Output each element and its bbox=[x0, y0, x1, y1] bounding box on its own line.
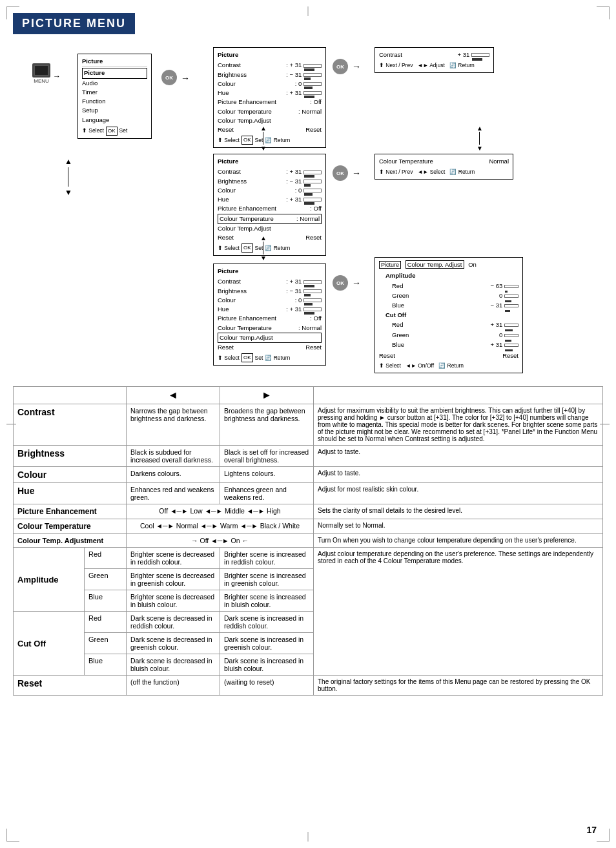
ref-contrast-content: Contrast + 31 bbox=[379, 50, 489, 59]
table-row-reset: Reset (off the function) (waiting to res… bbox=[14, 676, 603, 696]
table-brightness-info: Adjust to taste. bbox=[314, 446, 603, 467]
table-amp-green-right: Brighter scene is increased in greenish … bbox=[220, 569, 314, 590]
table-reset-right: (waiting to reset) bbox=[220, 676, 314, 696]
table-ctemp-header: Colour Temperature bbox=[14, 519, 127, 534]
ok-button-2[interactable]: OK bbox=[333, 59, 348, 74]
diagrams-area: MENU → Picture Picture Audio Timer Funct… bbox=[13, 41, 603, 383]
table-row-pencil: Picture Enhancement Off ◄─► Low ◄─► Midd… bbox=[14, 504, 603, 519]
table-cut-red-right: Dark scene is increased in reddish colou… bbox=[220, 612, 314, 633]
menu-basic-selected: Picture bbox=[82, 68, 147, 78]
menu-d3-footer: ⬆ Select OK Set 🔄 Return bbox=[218, 353, 322, 362]
table-cut-blue-label: Blue bbox=[85, 654, 127, 676]
center-left-mark bbox=[6, 424, 16, 424]
menu-d1-colour: Colour: 0 bbox=[218, 79, 322, 88]
ok-button-3[interactable]: OK bbox=[333, 165, 348, 181]
menu-detail-box-1: Picture Contrast: + 31 Brightness: − 31 … bbox=[213, 47, 326, 148]
table-cut-red-left: Dark scene is decreased in reddish colou… bbox=[127, 612, 220, 633]
table-ctadj-info: Turn On when you wish to change colour t… bbox=[314, 534, 603, 548]
arrow-d3-right: → bbox=[352, 278, 361, 288]
ref-ctadj-amplitude: Amplitude bbox=[385, 271, 518, 280]
menu-basic-setup: Setup bbox=[82, 106, 147, 115]
corner-br bbox=[597, 829, 610, 842]
table-ctadj-header: Colour Temp. Adjustment bbox=[14, 534, 127, 548]
page-number: 17 bbox=[586, 825, 597, 835]
menu-d2-title: Picture bbox=[218, 157, 322, 166]
ref-ctadj-blue-amp: Blue− 31 bbox=[392, 300, 518, 310]
menu-d1-title: Picture bbox=[218, 50, 322, 59]
table-amp-blue-label: Blue bbox=[85, 590, 127, 612]
menu-basic-audio: Audio bbox=[82, 79, 147, 88]
menu-d1-hue: Hue: + 31 bbox=[218, 88, 322, 98]
menu-d1-ctadj: Colour Temp.Adjust bbox=[218, 116, 322, 125]
menu-d1-footer: ⬆ Select OK Set 🔄 Return bbox=[218, 136, 322, 145]
table-colour-right: Lightens colours. bbox=[220, 467, 314, 483]
table-hue-info: Adjust for most realistic skin colour. bbox=[314, 483, 603, 504]
ref-ctadj-reset-row: ResetReset bbox=[379, 351, 518, 360]
menu-basic-function: Function bbox=[82, 97, 147, 106]
corner-bl bbox=[6, 829, 19, 842]
menu-d2-footer: ⬆ Select OK Set 🔄 Return bbox=[218, 243, 322, 253]
table-pencil-header: Picture Enhancement bbox=[14, 504, 127, 519]
table-row-amp-red: Amplitude Red Brighter scene is decrease… bbox=[14, 548, 603, 569]
table-row-ctemp: Colour Temperature Cool ◄─► Normal ◄─► W… bbox=[14, 519, 603, 534]
menu-d3-ctadj-selected: Colour Temp.Adjust bbox=[218, 333, 322, 343]
ref-ctemp-content: Colour Temperature Normal bbox=[379, 156, 509, 166]
table-brightness-left: Black is subdued for increased overall d… bbox=[127, 446, 220, 467]
table-pencil-indicator: Off ◄─► Low ◄─► Middle ◄─► High bbox=[127, 504, 314, 519]
menu-d2-contrast: Contrast: + 31 bbox=[218, 167, 322, 176]
page-title: PICTURE MENU bbox=[13, 13, 135, 34]
ref-ctadj-cutoff: Cut Off bbox=[385, 310, 518, 320]
menu-d1-reset: ResetReset bbox=[218, 125, 322, 134]
table-cut-green-left: Dark scene is decreased in greenish colo… bbox=[127, 633, 220, 654]
ref-ctadj-footer: ⬆ Select ◄► On/Off 🔄 Return bbox=[379, 362, 518, 371]
table-amp-green-label: Green bbox=[85, 569, 127, 590]
ref-ctadj-box: Picture Colour Temp. Adjust On Amplitude… bbox=[375, 257, 523, 373]
table-hdr-info bbox=[314, 387, 603, 404]
table-contrast-header: Contrast bbox=[14, 404, 127, 446]
table-colour-header: Colour bbox=[14, 467, 127, 483]
menu-d3-brightness: Brightness: − 31 bbox=[218, 287, 322, 296]
center-bottom-mark bbox=[308, 832, 309, 842]
table-brightness-right: Black is set off for increased overall b… bbox=[220, 446, 314, 467]
menu-basic-language: Language bbox=[82, 116, 147, 125]
ok-button-1[interactable]: OK bbox=[161, 70, 177, 85]
table-ctadj-indicator: → Off ◄─► On ← bbox=[127, 534, 314, 548]
table-cut-blue-left: Dark scene is decreased in bluish colour… bbox=[127, 654, 220, 676]
menu-icon-group: MENU bbox=[32, 63, 50, 84]
ref-ctemp-footer: ⬆ Next / Prev ◄► Select 🔄 Return bbox=[379, 168, 509, 177]
menu-d3-contrast: Contrast: + 31 bbox=[218, 277, 322, 286]
center-top-mark bbox=[308, 6, 309, 16]
info-table: ◄ ► Contrast Narrows the gap between bri… bbox=[13, 386, 603, 696]
menu-label: MENU bbox=[34, 78, 49, 84]
arrow-d1-right: → bbox=[352, 61, 361, 72]
table-colour-info: Adjust to taste. bbox=[314, 467, 603, 483]
arrow-d2-right: → bbox=[352, 168, 361, 178]
table-amp-green-left: Brighter scene is decreased in greenish … bbox=[127, 569, 220, 590]
arrow-to-detail: → bbox=[181, 73, 190, 83]
ref-contrast-box: Contrast + 31 ⬆ Next / Prev ◄► Adjust 🔄 … bbox=[375, 47, 494, 73]
ok-button-4[interactable]: OK bbox=[333, 275, 348, 291]
table-row-brightness: Brightness Black is subdued for increase… bbox=[14, 446, 603, 467]
table-hue-left: Enhances red and weakens green. bbox=[127, 483, 220, 504]
menu-detail-box-2: Picture Contrast: + 31 Brightness: − 31 … bbox=[213, 154, 326, 256]
table-amp-red-right: Brighter scene is increased in reddish c… bbox=[220, 548, 314, 569]
menu-d3-title: Picture bbox=[218, 267, 322, 276]
menu-detail-box-3: Picture Contrast: + 31 Brightness: − 31 … bbox=[213, 264, 326, 366]
table-amp-red-left: Brighter scene is decreased in reddish c… bbox=[127, 548, 220, 569]
table-hue-right: Enhances green and weakens red. bbox=[220, 483, 314, 504]
tv-screen bbox=[35, 66, 48, 75]
menu-d1-ctemp: Colour Temperature: Normal bbox=[218, 107, 322, 116]
menu-d3-penhancement: Picture Enhancement: Off bbox=[218, 314, 322, 323]
table-cutoff-header: Cut Off bbox=[14, 612, 85, 676]
arrow-menu-to-box: → bbox=[53, 72, 61, 81]
menu-d1-contrast: Contrast: + 31 bbox=[218, 61, 322, 70]
menu-d3-hue: Hue: + 31 bbox=[218, 305, 322, 314]
menu-d2-ctemp-selected: Colour Temperature: Normal bbox=[218, 214, 322, 224]
ref-ctadj-cutoff-blue: Blue+ 31 bbox=[392, 340, 518, 349]
ref-ctadj-cutoff-green: Green0 bbox=[392, 330, 518, 340]
menu-d1-penhancement: Picture Enhancement: Off bbox=[218, 98, 322, 107]
ref-ctadj-red: Red− 63 bbox=[392, 281, 518, 291]
table-ctemp-indicator: Cool ◄─► Normal ◄─► Warm ◄─► Black / Whi… bbox=[127, 519, 314, 534]
table-contrast-right: Broadens the gap between brightness and … bbox=[220, 404, 314, 446]
table-colour-left: Darkens colours. bbox=[127, 467, 220, 483]
